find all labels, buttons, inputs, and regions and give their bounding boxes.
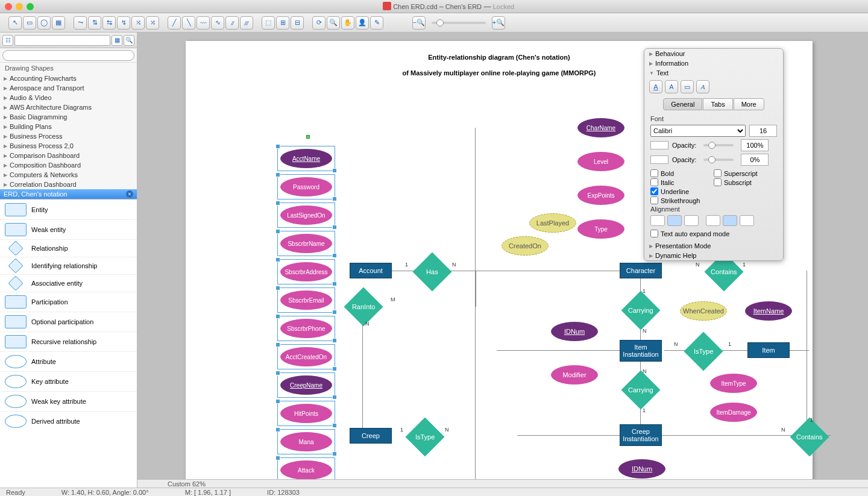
- rel-carrying-2[interactable]: Carrying: [621, 370, 660, 409]
- sidebar-search-icon[interactable]: 🔍: [124, 35, 134, 46]
- stencil-item[interactable]: Recursive relationship: [0, 331, 137, 351]
- selected-attr[interactable]: HitPoints: [277, 401, 335, 426]
- sidebar-item[interactable]: Comparison Dashboard: [0, 151, 137, 160]
- pointer-tool[interactable]: ↖: [8, 16, 22, 30]
- tab-general[interactable]: General: [663, 98, 702, 110]
- group-tool-3[interactable]: ⊟: [291, 16, 304, 30]
- stencil-item[interactable]: Identifying relationship: [0, 257, 137, 274]
- person-tool[interactable]: 👤: [356, 16, 369, 30]
- table-tool[interactable]: ▦: [52, 16, 65, 30]
- key-idnum-2[interactable]: IDNum: [618, 459, 665, 479]
- close-icon[interactable]: ×: [126, 190, 133, 198]
- sidebar-item[interactable]: Correlation Dashboard: [0, 180, 137, 189]
- stencil-item[interactable]: Entity: [0, 199, 137, 219]
- zoom-out-icon[interactable]: −🔍: [412, 16, 426, 30]
- rect-tool[interactable]: ▭: [23, 16, 36, 30]
- sidebar-item[interactable]: Composition Dashboard: [0, 160, 137, 170]
- attr-lastplayed[interactable]: LastPlayed: [529, 213, 576, 233]
- sidebar-item[interactable]: Business Process 2,0: [0, 141, 137, 151]
- canvas[interactable]: Entity-relationship diagram (Chen's nota…: [137, 33, 868, 488]
- key-itemname[interactable]: ItemName: [745, 301, 792, 321]
- line-tool-4[interactable]: ∿: [211, 16, 224, 30]
- sidebar-item-active[interactable]: ERD, Chen's notation×: [0, 189, 137, 199]
- entity-character[interactable]: Character: [620, 263, 662, 278]
- rel-contains-2[interactable]: Contains: [790, 417, 829, 456]
- stencil-item[interactable]: Key attribute: [0, 371, 137, 391]
- text-font-icon[interactable]: A: [696, 80, 709, 93]
- key-idnum-1[interactable]: IDNum: [551, 322, 598, 341]
- align-center[interactable]: [667, 215, 682, 226]
- selected-attr[interactable]: SbscrbrName: [277, 231, 335, 256]
- close-icon[interactable]: [5, 3, 12, 10]
- sidebar-item[interactable]: AWS Architecture Diagrams: [0, 102, 137, 112]
- connector-tool-3[interactable]: ⇆: [102, 16, 116, 30]
- selected-attr[interactable]: LastSignedOn: [277, 202, 335, 228]
- stencil-item[interactable]: Attribute: [0, 351, 137, 371]
- rel-carrying[interactable]: Carrying: [621, 290, 660, 330]
- sidebar-item[interactable]: Aerospace and Transport: [0, 83, 137, 93]
- stencil-item[interactable]: Weak entity: [0, 219, 137, 239]
- text-highlight-icon[interactable]: A: [665, 80, 678, 93]
- selected-attr[interactable]: SbscrbrPhone: [277, 316, 335, 341]
- entity-iteminst[interactable]: Item Instantiation: [620, 340, 662, 362]
- zoom-slider[interactable]: [432, 22, 486, 24]
- strike-checkbox[interactable]: [650, 196, 658, 204]
- stencil-item[interactable]: Participation: [0, 292, 137, 312]
- rel-istype-1[interactable]: IsType: [684, 331, 723, 371]
- panel-presentation[interactable]: Presentation Mode: [644, 241, 783, 251]
- attr-createdon[interactable]: CreatedOn: [502, 236, 549, 256]
- opacity-value-2[interactable]: [741, 154, 769, 166]
- selection-handle[interactable]: [306, 135, 310, 139]
- search-tool[interactable]: 🔍: [327, 16, 340, 30]
- opacity-swatch-1[interactable]: [650, 141, 668, 149]
- valign-top[interactable]: [706, 215, 720, 226]
- zoom-in-icon[interactable]: +🔍: [492, 16, 505, 30]
- text-color-icon[interactable]: A: [649, 80, 662, 93]
- zoom-level[interactable]: Custom 62%: [168, 480, 206, 488]
- bold-checkbox[interactable]: [650, 169, 658, 177]
- rel-istype-2[interactable]: IsType: [405, 417, 444, 456]
- connector-tool-5[interactable]: ⤭: [131, 16, 145, 30]
- entity-account[interactable]: Account: [350, 263, 392, 278]
- selected-attr[interactable]: Mana: [277, 429, 335, 454]
- sidebar-input[interactable]: [14, 35, 110, 46]
- eyedropper-tool[interactable]: ✎: [370, 16, 383, 30]
- sidebar-item[interactable]: Accounting Flowcharts: [0, 74, 137, 83]
- sidebar-tree-icon[interactable]: ☷: [2, 35, 13, 46]
- group-tool-1[interactable]: ⬚: [262, 16, 275, 30]
- stencil-item[interactable]: Derived attribute: [0, 411, 137, 431]
- sidebar-filter-input[interactable]: [2, 50, 134, 61]
- char-attr[interactable]: Type: [577, 219, 624, 239]
- refresh-tool[interactable]: ⟳: [312, 16, 326, 30]
- rel-has[interactable]: Has: [412, 252, 451, 291]
- panel-section-information[interactable]: Information: [644, 58, 783, 68]
- line-tool-3[interactable]: 〰: [197, 16, 210, 30]
- connector-tool-1[interactable]: ⤳: [74, 16, 87, 30]
- ellipse-tool[interactable]: ◯: [37, 16, 51, 30]
- tab-more[interactable]: More: [734, 98, 764, 110]
- text-rect-icon[interactable]: ▭: [681, 80, 694, 93]
- selected-attr[interactable]: Password: [277, 174, 335, 199]
- rel-raninto[interactable]: RanInto: [344, 287, 383, 326]
- stencil-item[interactable]: Associative entity: [0, 274, 137, 292]
- sidebar-item[interactable]: Business Process: [0, 131, 137, 141]
- font-select[interactable]: Calibri: [650, 125, 746, 137]
- minimize-icon[interactable]: [16, 3, 23, 10]
- sidebar-item[interactable]: Basic Diagramming: [0, 112, 137, 122]
- char-attr[interactable]: CharName: [577, 118, 624, 137]
- line-tool-1[interactable]: ╱: [168, 16, 181, 30]
- valign-middle[interactable]: [723, 215, 737, 226]
- char-attr[interactable]: Level: [577, 152, 624, 171]
- char-attr[interactable]: ExpPoints: [577, 186, 624, 205]
- attr-whencreated[interactable]: WhenCreated: [680, 301, 727, 321]
- italic-checkbox[interactable]: [650, 178, 658, 186]
- item-attr[interactable]: ItemType: [710, 374, 757, 393]
- selected-attr[interactable]: SbscrbrAddress: [277, 259, 335, 284]
- super-checkbox[interactable]: [714, 169, 722, 177]
- selected-attr[interactable]: AcctCreatedOn: [277, 344, 335, 369]
- selected-attr[interactable]: SbscrbrEmail: [277, 287, 335, 313]
- sidebar-grid-icon[interactable]: ▦: [112, 35, 122, 46]
- panel-dynamic-help[interactable]: Dynamic Help: [644, 251, 783, 260]
- stencil-item[interactable]: Optional participation: [0, 312, 137, 331]
- connector-tool-2[interactable]: ⇅: [88, 16, 101, 30]
